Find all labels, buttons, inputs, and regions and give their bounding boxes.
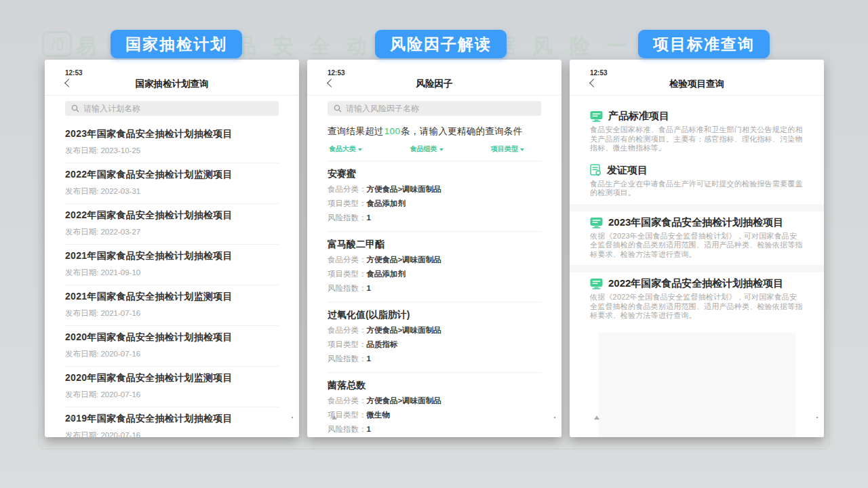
factor-list-item[interactable]: 安赛蜜 食品分类：方便食品>调味面制品 项目类型：食品添加剂 风险指数：1 [328, 161, 541, 231]
plan-date: 发布日期: 2023-10-25 [65, 146, 279, 156]
plan-list-item[interactable]: 2021年国家食品安全抽检计划监测项目 发布日期: 2021-07-16 [65, 285, 279, 326]
app-logo-icon [42, 31, 72, 57]
search-input[interactable] [346, 104, 535, 113]
screenshot-project-standard: 12:53 检验项目查询 产品标准项目 食品安全国家标准、食品产品标准和卫生部门… [570, 60, 824, 437]
divider [307, 95, 561, 96]
status-bar-time: 12:53 [570, 60, 824, 77]
row-label: 风险指数： [328, 214, 367, 222]
scroll-artifact [69, 415, 75, 420]
scroll-artifact [594, 415, 599, 420]
row-value: 微生物 [367, 411, 391, 419]
row-label: 风险指数： [328, 425, 367, 433]
row-label: 项目类型： [328, 199, 367, 207]
standard-title: 2022年国家食品安全抽检计划抽检项目 [608, 277, 783, 290]
plan-title: 2022年国家食品安全抽检计划抽检项目 [65, 209, 279, 222]
row-label: 项目类型： [328, 270, 367, 278]
standard-title: 产品标准项目 [608, 110, 669, 123]
row-value: 方便食品>调味面制品 [367, 256, 441, 264]
plan-date: 发布日期: 2020-07-16 [65, 430, 279, 437]
plan-list: 2023年国家食品安全抽检计划抽检项目 发布日期: 2023-10-25 202… [45, 123, 299, 437]
search-icon [334, 104, 342, 113]
row-label: 食品分类： [328, 256, 367, 264]
row-label: 食品分类： [328, 326, 367, 334]
monitor-icon [590, 217, 603, 228]
plan-list-item[interactable]: 2022年国家食品安全抽检计划监测项目 发布日期: 2022-03-31 [65, 163, 279, 204]
row-value: 食品添加剂 [367, 270, 406, 278]
filter-row: 食品大类 食品细类 项目类型 [329, 144, 524, 154]
standard-list-item[interactable]: 发证项目 食品生产企业在申请食品生产许可证时提交的检验报告需要覆盖的检测项目。 [570, 159, 824, 204]
dot-artifact [816, 417, 818, 418]
certificate-icon [590, 164, 601, 176]
plan-title: 2023年国家食品安全抽检计划抽检项目 [65, 128, 279, 140]
section-gap [570, 265, 824, 272]
back-icon[interactable] [589, 79, 598, 87]
filter-project-type[interactable]: 项目类型 [491, 144, 524, 154]
monitor-icon [590, 110, 603, 122]
scroll-artifact [332, 415, 337, 420]
plan-date: 发布日期: 2022-03-27 [65, 227, 279, 237]
row-label: 项目类型： [328, 340, 367, 348]
factor-list: 安赛蜜 食品分类：方便食品>调味面制品 项目类型：食品添加剂 风险指数：1 富马… [307, 161, 561, 437]
factor-name: 菌落总数 [328, 380, 541, 392]
status-bar-time: 12:53 [307, 60, 561, 77]
standard-list-item[interactable]: 2022年国家食品安全抽检计划抽检项目 依据《2022年全国食品安全监督抽检计划… [570, 272, 824, 327]
plan-title: 2020年国家食品安全抽检计划抽检项目 [65, 331, 279, 344]
section-gap [570, 204, 824, 211]
plan-list-item[interactable]: 2020年国家食品安全抽检计划监测项目 发布日期: 2020-07-16 [65, 367, 279, 407]
screenshot-risk-factor: 12:53 风险因子 查询结果超过100条，请输入更精确的查询条件 食品大类 食… [307, 60, 561, 437]
factor-list-item[interactable]: 过氧化值(以脂肪计) 食品分类：方便食品>调味面制品 项目类型：品质指标 风险指… [328, 302, 541, 372]
divider [570, 95, 824, 96]
search-bar[interactable] [65, 101, 279, 116]
standard-desc: 食品生产企业在申请食品生产许可证时提交的检验报告需要覆盖的检测项目。 [590, 180, 804, 198]
status-bar-time: 12:53 [45, 60, 299, 77]
badge-national-sampling-plan: 国家抽检计划 [111, 30, 242, 58]
plan-title: 2021年国家食品安全抽检计划监测项目 [65, 291, 279, 303]
plan-list-item[interactable]: 2022年国家食品安全抽检计划抽检项目 发布日期: 2022-03-27 [65, 204, 279, 245]
empty-content-block [598, 333, 795, 438]
dot-artifact [554, 417, 555, 418]
page-title: 风险因子 [416, 78, 453, 90]
row-label: 风险指数： [328, 354, 367, 363]
row-label: 食品分类： [328, 185, 367, 193]
row-label: 风险指数： [328, 284, 367, 292]
standard-list-item[interactable]: 2023年国家食品安全抽检计划抽检项目 依据《2023年全国食品安全监督抽检计划… [570, 211, 824, 266]
plan-list-item[interactable]: 2023年国家食品安全抽检计划抽检项目 发布日期: 2023-10-25 [65, 123, 279, 163]
back-icon[interactable] [327, 79, 336, 87]
row-value: 方便食品>调味面制品 [367, 326, 441, 334]
plan-date: 发布日期: 2021-07-16 [65, 308, 279, 319]
filter-food-subcategory[interactable]: 食品细类 [410, 144, 443, 154]
standard-list: 产品标准项目 食品安全国家标准、食品产品标准和卫生部门相关公告规定的相关产品所有… [570, 105, 824, 437]
nav-bar: 检验项目查询 [570, 77, 824, 91]
back-icon[interactable] [64, 79, 73, 87]
row-value: 食品添加剂 [367, 199, 406, 207]
row-label: 食品分类： [328, 396, 367, 405]
factor-name: 富马酸二甲酯 [328, 239, 541, 251]
plan-list-item[interactable]: 2021年国家食品安全抽检计划抽检项目 发布日期: 2021-09-10 [65, 245, 279, 285]
factor-list-item[interactable]: 富马酸二甲酯 食品分类：方便食品>调味面制品 项目类型：食品添加剂 风险指数：1 [328, 231, 541, 302]
monitor-icon [590, 278, 603, 289]
search-input[interactable] [83, 104, 273, 113]
filter-food-category[interactable]: 食品大类 [329, 144, 362, 154]
row-value: 方便食品>调味面制品 [367, 396, 441, 405]
row-value: 1 [367, 425, 371, 433]
nav-bar: 风险因子 [307, 77, 561, 91]
chevron-down-icon [520, 148, 524, 151]
plan-date: 发布日期: 2020-07-16 [65, 349, 279, 359]
plan-title: 2021年国家食品安全抽检计划抽检项目 [65, 250, 279, 262]
page-title: 检验项目查询 [669, 78, 724, 90]
badge-risk-factor: 风险因子解读 [375, 30, 507, 58]
plan-date: 发布日期: 2021-09-10 [65, 268, 279, 278]
plan-title: 2020年国家食品安全抽检计划监测项目 [65, 372, 279, 384]
row-value: 品质指标 [367, 340, 398, 348]
page-title: 国家抽检计划查询 [136, 78, 209, 90]
standard-desc: 食品安全国家标准、食品产品标准和卫生部门相关公告规定的相关产品所有的检测项目。主… [590, 125, 804, 153]
chevron-down-icon [358, 148, 362, 151]
factor-name: 安赛蜜 [328, 168, 541, 180]
plan-list-item[interactable]: 2020年国家食品安全抽检计划抽检项目 发布日期: 2020-07-16 [65, 326, 279, 367]
standard-list-item[interactable]: 产品标准项目 食品安全国家标准、食品产品标准和卫生部门相关公告规定的相关产品所有… [570, 105, 824, 159]
dot-artifact [292, 417, 293, 418]
factor-list-item[interactable]: 菌落总数 食品分类：方便食品>调味面制品 项目类型：微生物 风险指数：1 [328, 372, 541, 437]
search-bar[interactable] [328, 101, 541, 116]
plan-title: 2022年国家食品安全抽检计划监测项目 [65, 169, 279, 181]
plan-list-item[interactable]: 2019年国家食品安全抽检计划抽检项目 发布日期: 2020-07-16 [65, 407, 279, 437]
